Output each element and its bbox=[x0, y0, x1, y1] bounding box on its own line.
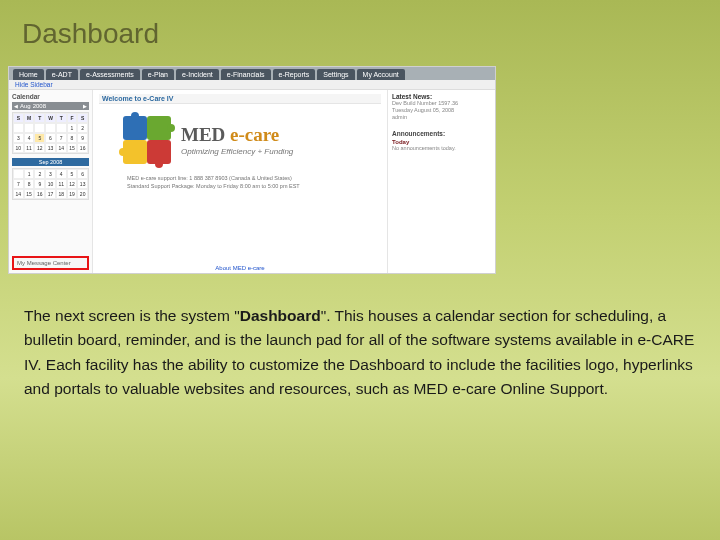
hide-sidebar-link[interactable]: Hide Sidebar bbox=[9, 80, 495, 90]
latest-news-label: Latest News: bbox=[392, 93, 432, 100]
brand-ecare: e-care bbox=[225, 124, 279, 145]
puzzle-logo-icon bbox=[123, 116, 171, 164]
build-date: Tuesday August 05, 2008 bbox=[392, 107, 491, 113]
tab-financials[interactable]: e-Financials bbox=[221, 69, 271, 80]
calendar-grid-aug[interactable]: SMTWTFS 12 3456789 10111213141516 bbox=[12, 112, 89, 154]
logo-row: MED e-care Optimizing Efficiency + Fundi… bbox=[99, 110, 381, 168]
tab-plan[interactable]: e-Plan bbox=[142, 69, 174, 80]
calendar-nav[interactable]: ◀ Aug 2008 ▶ bbox=[12, 102, 89, 110]
message-center-button[interactable]: My Message Center bbox=[12, 256, 89, 270]
support-text: MED e-care support line: 1 888 387 8903 … bbox=[127, 174, 381, 190]
welcome-header: Welcome to e-Care IV bbox=[99, 94, 381, 104]
next-month-icon[interactable]: ▶ bbox=[83, 103, 87, 109]
nav-tabs: Home e-ADT e-Assessments e-Plan e-Incide… bbox=[9, 67, 495, 80]
slide-title: Dashboard bbox=[0, 0, 720, 58]
cal-year: 2008 bbox=[33, 103, 46, 109]
calendar-label: Calendar bbox=[12, 93, 89, 100]
calendar-grid-sep[interactable]: 123456 78910111213 14151617181920 bbox=[12, 168, 89, 200]
support-line2: Standard Support Package: Monday to Frid… bbox=[127, 182, 381, 190]
body-text-bold: Dashboard bbox=[240, 307, 321, 324]
brand-tagline: Optimizing Efficiency + Funding bbox=[181, 147, 293, 156]
today-text: No announcements today. bbox=[392, 145, 491, 151]
brand-text: MED e-care Optimizing Efficiency + Fundi… bbox=[181, 124, 293, 156]
tab-account[interactable]: My Account bbox=[357, 69, 405, 80]
tab-home[interactable]: Home bbox=[13, 69, 44, 80]
cal-month: Aug bbox=[20, 103, 31, 109]
body-text-a: The next screen is the system " bbox=[24, 307, 240, 324]
support-line1: MED e-care support line: 1 888 387 8903 … bbox=[127, 174, 381, 182]
brand-med: MED bbox=[181, 124, 225, 145]
calendar-month-sep[interactable]: Sep 2008 bbox=[12, 158, 89, 166]
tab-incident[interactable]: e-Incident bbox=[176, 69, 219, 80]
body-paragraph: The next screen is the system "Dashboard… bbox=[0, 274, 720, 402]
right-panel: Latest News: Dev Build Number 1597.36 Tu… bbox=[387, 90, 495, 273]
announcements-label: Announcements: bbox=[392, 130, 491, 137]
build-number: Dev Build Number 1597.36 bbox=[392, 100, 491, 106]
tab-adt[interactable]: e-ADT bbox=[46, 69, 78, 80]
about-link[interactable]: About MED e-care bbox=[215, 265, 264, 271]
app-screenshot: Home e-ADT e-Assessments e-Plan e-Incide… bbox=[8, 66, 496, 274]
build-user: admin bbox=[392, 114, 491, 120]
sidebar: Calendar ◀ Aug 2008 ▶ SMTWTFS 12 3456789… bbox=[9, 90, 93, 273]
tab-assessments[interactable]: e-Assessments bbox=[80, 69, 140, 80]
main-panel: Welcome to e-Care IV MED e-care Optimizi… bbox=[93, 90, 387, 273]
tab-settings[interactable]: Settings bbox=[317, 69, 354, 80]
tab-reports[interactable]: e-Reports bbox=[273, 69, 316, 80]
prev-month-icon[interactable]: ◀ bbox=[14, 103, 18, 109]
